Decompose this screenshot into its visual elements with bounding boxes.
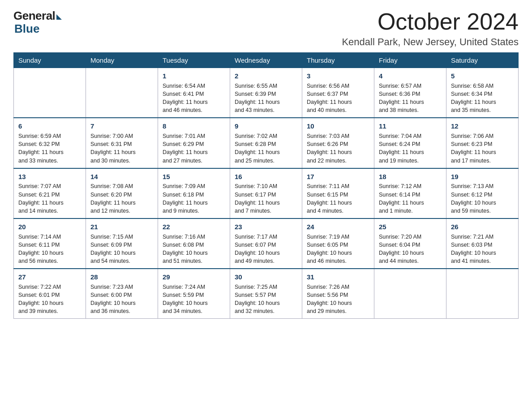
calendar-cell: 1Sunrise: 6:54 AM Sunset: 6:41 PM Daylig… — [158, 68, 230, 118]
sun-info: Sunrise: 7:11 AM Sunset: 6:15 PM Dayligh… — [307, 182, 369, 215]
weekday-header-sunday: Sunday — [14, 53, 86, 68]
day-number: 13 — [18, 172, 81, 182]
weekday-header-monday: Monday — [86, 53, 158, 68]
sun-info: Sunrise: 7:26 AM Sunset: 5:56 PM Dayligh… — [307, 283, 369, 316]
calendar-cell: 23Sunrise: 7:17 AM Sunset: 6:07 PM Dayli… — [230, 218, 302, 269]
day-number: 5 — [451, 71, 514, 81]
calendar-cell: 24Sunrise: 7:19 AM Sunset: 6:05 PM Dayli… — [302, 218, 374, 269]
calendar-week-row: 13Sunrise: 7:07 AM Sunset: 6:21 PM Dayli… — [14, 168, 519, 218]
weekday-header-saturday: Saturday — [446, 53, 519, 68]
logo-general-text: General — [13, 9, 55, 23]
logo: General Blue — [13, 9, 62, 34]
sun-info: Sunrise: 7:24 AM Sunset: 5:59 PM Dayligh… — [163, 283, 225, 316]
calendar-cell — [446, 269, 519, 319]
calendar-cell: 17Sunrise: 7:11 AM Sunset: 6:15 PM Dayli… — [302, 168, 374, 218]
calendar-cell: 6Sunrise: 6:59 AM Sunset: 6:32 PM Daylig… — [14, 118, 86, 168]
calendar-cell: 19Sunrise: 7:13 AM Sunset: 6:12 PM Dayli… — [446, 168, 519, 218]
calendar-cell: 15Sunrise: 7:09 AM Sunset: 6:18 PM Dayli… — [158, 168, 230, 218]
calendar-cell — [14, 68, 86, 118]
calendar-cell: 10Sunrise: 7:03 AM Sunset: 6:26 PM Dayli… — [302, 118, 374, 168]
calendar-week-row: 20Sunrise: 7:14 AM Sunset: 6:11 PM Dayli… — [14, 218, 519, 269]
day-number: 30 — [235, 272, 297, 282]
calendar-cell: 22Sunrise: 7:16 AM Sunset: 6:08 PM Dayli… — [158, 218, 230, 269]
day-number: 18 — [379, 172, 442, 182]
calendar-cell: 14Sunrise: 7:08 AM Sunset: 6:20 PM Dayli… — [86, 168, 158, 218]
day-number: 14 — [90, 172, 153, 182]
sun-info: Sunrise: 7:02 AM Sunset: 6:28 PM Dayligh… — [235, 132, 297, 165]
day-number: 1 — [163, 71, 225, 81]
calendar-cell: 4Sunrise: 6:57 AM Sunset: 6:36 PM Daylig… — [374, 68, 446, 118]
day-number: 28 — [90, 272, 153, 282]
calendar-cell — [374, 269, 446, 319]
day-number: 9 — [235, 121, 297, 131]
subtitle: Kendall Park, New Jersey, United States — [342, 36, 519, 48]
calendar-cell: 8Sunrise: 7:01 AM Sunset: 6:29 PM Daylig… — [158, 118, 230, 168]
page-header: General Blue October 2024 Kendall Park, … — [13, 9, 519, 48]
logo-arrow-icon — [56, 14, 62, 20]
sun-info: Sunrise: 7:04 AM Sunset: 6:24 PM Dayligh… — [379, 132, 442, 165]
day-number: 23 — [235, 222, 297, 232]
calendar-cell: 27Sunrise: 7:22 AM Sunset: 6:01 PM Dayli… — [14, 269, 86, 319]
sun-info: Sunrise: 6:56 AM Sunset: 6:37 PM Dayligh… — [307, 82, 369, 115]
sun-info: Sunrise: 7:01 AM Sunset: 6:29 PM Dayligh… — [163, 132, 225, 165]
main-title: October 2024 — [342, 9, 519, 34]
day-number: 7 — [90, 121, 153, 131]
day-number: 29 — [163, 272, 225, 282]
day-number: 26 — [451, 222, 514, 232]
day-number: 21 — [90, 222, 153, 232]
calendar-cell: 11Sunrise: 7:04 AM Sunset: 6:24 PM Dayli… — [374, 118, 446, 168]
calendar-cell: 2Sunrise: 6:55 AM Sunset: 6:39 PM Daylig… — [230, 68, 302, 118]
day-number: 10 — [307, 121, 369, 131]
calendar-cell: 20Sunrise: 7:14 AM Sunset: 6:11 PM Dayli… — [14, 218, 86, 269]
sun-info: Sunrise: 7:10 AM Sunset: 6:17 PM Dayligh… — [235, 182, 297, 215]
day-number: 15 — [163, 172, 225, 182]
calendar-week-row: 27Sunrise: 7:22 AM Sunset: 6:01 PM Dayli… — [14, 269, 519, 319]
calendar-cell: 29Sunrise: 7:24 AM Sunset: 5:59 PM Dayli… — [158, 269, 230, 319]
day-number: 6 — [18, 121, 81, 131]
sun-info: Sunrise: 7:13 AM Sunset: 6:12 PM Dayligh… — [451, 182, 514, 215]
sun-info: Sunrise: 7:08 AM Sunset: 6:20 PM Dayligh… — [90, 182, 153, 215]
sun-info: Sunrise: 7:21 AM Sunset: 6:03 PM Dayligh… — [451, 233, 514, 265]
sun-info: Sunrise: 6:55 AM Sunset: 6:39 PM Dayligh… — [235, 82, 297, 115]
day-number: 27 — [18, 272, 81, 282]
sun-info: Sunrise: 6:57 AM Sunset: 6:36 PM Dayligh… — [379, 82, 442, 115]
day-number: 31 — [307, 272, 369, 282]
title-block: October 2024 Kendall Park, New Jersey, U… — [342, 9, 519, 48]
sun-info: Sunrise: 7:09 AM Sunset: 6:18 PM Dayligh… — [163, 182, 225, 215]
day-number: 2 — [235, 71, 297, 81]
calendar-cell: 28Sunrise: 7:23 AM Sunset: 6:00 PM Dayli… — [86, 269, 158, 319]
calendar-cell: 5Sunrise: 6:58 AM Sunset: 6:34 PM Daylig… — [446, 68, 519, 118]
day-number: 22 — [163, 222, 225, 232]
weekday-header-wednesday: Wednesday — [230, 53, 302, 68]
calendar-table: SundayMondayTuesdayWednesdayThursdayFrid… — [13, 52, 519, 319]
calendar-cell: 9Sunrise: 7:02 AM Sunset: 6:28 PM Daylig… — [230, 118, 302, 168]
calendar-cell: 18Sunrise: 7:12 AM Sunset: 6:14 PM Dayli… — [374, 168, 446, 218]
calendar-week-row: 1Sunrise: 6:54 AM Sunset: 6:41 PM Daylig… — [14, 68, 519, 118]
sun-info: Sunrise: 6:59 AM Sunset: 6:32 PM Dayligh… — [18, 132, 81, 165]
calendar-cell — [86, 68, 158, 118]
sun-info: Sunrise: 7:25 AM Sunset: 5:57 PM Dayligh… — [235, 283, 297, 316]
day-number: 4 — [379, 71, 442, 81]
calendar-cell: 26Sunrise: 7:21 AM Sunset: 6:03 PM Dayli… — [446, 218, 519, 269]
calendar-week-row: 6Sunrise: 6:59 AM Sunset: 6:32 PM Daylig… — [14, 118, 519, 168]
calendar-cell: 16Sunrise: 7:10 AM Sunset: 6:17 PM Dayli… — [230, 168, 302, 218]
day-number: 16 — [235, 172, 297, 182]
day-number: 3 — [307, 71, 369, 81]
sun-info: Sunrise: 7:23 AM Sunset: 6:00 PM Dayligh… — [90, 283, 153, 316]
sun-info: Sunrise: 7:17 AM Sunset: 6:07 PM Dayligh… — [235, 233, 297, 265]
sun-info: Sunrise: 7:22 AM Sunset: 6:01 PM Dayligh… — [18, 283, 81, 316]
day-number: 19 — [451, 172, 514, 182]
day-number: 17 — [307, 172, 369, 182]
day-number: 12 — [451, 121, 514, 131]
calendar-cell: 7Sunrise: 7:00 AM Sunset: 6:31 PM Daylig… — [86, 118, 158, 168]
weekday-header-thursday: Thursday — [302, 53, 374, 68]
sun-info: Sunrise: 7:00 AM Sunset: 6:31 PM Dayligh… — [90, 132, 153, 165]
calendar-cell: 13Sunrise: 7:07 AM Sunset: 6:21 PM Dayli… — [14, 168, 86, 218]
calendar-cell: 12Sunrise: 7:06 AM Sunset: 6:23 PM Dayli… — [446, 118, 519, 168]
sun-info: Sunrise: 7:16 AM Sunset: 6:08 PM Dayligh… — [163, 233, 225, 265]
sun-info: Sunrise: 6:54 AM Sunset: 6:41 PM Dayligh… — [163, 82, 225, 115]
day-number: 25 — [379, 222, 442, 232]
sun-info: Sunrise: 7:06 AM Sunset: 6:23 PM Dayligh… — [451, 132, 514, 165]
calendar-cell: 21Sunrise: 7:15 AM Sunset: 6:09 PM Dayli… — [86, 218, 158, 269]
sun-info: Sunrise: 7:03 AM Sunset: 6:26 PM Dayligh… — [307, 132, 369, 165]
